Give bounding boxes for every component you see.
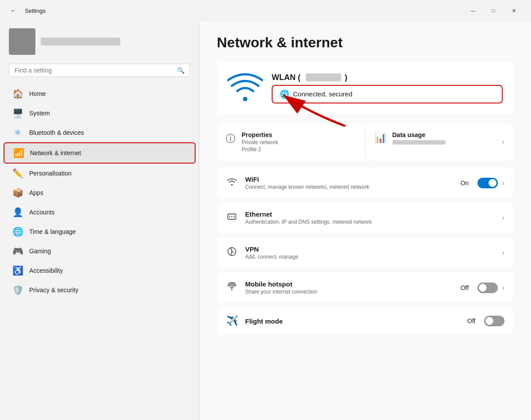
system-icon: 🖥️ <box>12 108 23 118</box>
sidebar-item-apps[interactable]: 📦 Apps <box>4 183 196 202</box>
close-button[interactable]: ✕ <box>504 4 524 18</box>
sidebar-item-accounts[interactable]: 👤 Accounts <box>4 202 196 222</box>
ethernet-setting-text: Ethernet Authentication, IP and DNS sett… <box>245 210 495 225</box>
wlan-card: WLAN () 🌐 Connected, secured <box>217 61 513 115</box>
flight-mode-text: Flight mode <box>245 317 460 325</box>
title-bar-left: ← Settings <box>7 4 46 17</box>
sidebar-item-bluetooth[interactable]: ⚛ Bluetooth & devices <box>4 123 196 142</box>
properties-title: Properties <box>242 131 278 138</box>
wifi-chevron: › <box>502 179 504 187</box>
accessibility-icon: ♿ <box>12 265 23 276</box>
user-profile <box>0 21 199 64</box>
ethernet-setting-desc: Authentication, IP and DNS settings, met… <box>245 219 495 225</box>
hotspot-setting-icon <box>226 281 238 294</box>
svg-point-0 <box>243 97 247 101</box>
flight-mode-status: Off <box>467 317 480 325</box>
search-box[interactable]: 🔍 <box>9 64 190 77</box>
sidebar-label-time: Time & language <box>29 228 76 235</box>
app-title: Settings <box>25 8 46 14</box>
ethernet-setting-row[interactable]: Ethernet Authentication, IP and DNS sett… <box>217 202 513 233</box>
connected-text: Connected, secured <box>293 90 352 98</box>
sidebar-item-accessibility[interactable]: ♿ Accessibility <box>4 261 196 280</box>
data-usage-item[interactable]: 📊 Data usage › <box>365 123 514 160</box>
sidebar-label-gaming: Gaming <box>29 248 51 255</box>
wlan-ssid-blurred <box>306 73 341 81</box>
properties-subdesc: Profile 2 <box>242 146 278 153</box>
vpn-chevron: › <box>502 249 504 257</box>
flight-mode-right: Off <box>467 316 504 326</box>
sidebar-item-home[interactable]: 🏠 Home <box>4 84 196 103</box>
sidebar-item-gaming[interactable]: 🎮 Gaming <box>4 241 196 261</box>
flight-mode-toggle[interactable] <box>484 316 504 326</box>
sidebar-label-accessibility: Accessibility <box>29 267 63 274</box>
vpn-setting-right: › <box>502 249 504 257</box>
hotspot-toggle[interactable] <box>477 283 498 293</box>
wifi-setting-text: WiFi Connect, manage known networks, met… <box>245 176 454 190</box>
network-icon: 📶 <box>13 148 24 158</box>
sidebar-item-privacy[interactable]: 🛡️ Privacy & security <box>4 280 196 300</box>
sidebar-divider <box>199 21 199 420</box>
properties-text: Properties Private network Profile 2 <box>242 131 278 153</box>
sidebar-label-home: Home <box>29 90 46 97</box>
properties-icon: ⓘ <box>226 132 235 145</box>
hotspot-setting-title: Mobile hotspot <box>245 280 454 288</box>
sidebar: 🔍 🏠 Home 🖥️ System ⚛ Bluetooth & devices… <box>0 21 199 420</box>
search-input[interactable] <box>15 67 173 74</box>
hotspot-status-label: Off <box>461 284 473 291</box>
user-name <box>41 38 120 46</box>
back-button[interactable]: ← <box>7 4 19 17</box>
hotspot-chevron: › <box>502 284 504 292</box>
ethernet-setting-icon <box>226 211 238 225</box>
privacy-icon: 🛡️ <box>12 285 23 295</box>
flight-mode-title: Flight mode <box>245 317 460 325</box>
vpn-setting-desc: Add, connect, manage <box>245 254 495 260</box>
hotspot-setting-text: Mobile hotspot Share your internet conne… <box>245 280 454 295</box>
personalisation-icon: ✏️ <box>12 168 23 179</box>
accounts-icon: 👤 <box>12 207 23 218</box>
wifi-setting-desc: Connect, manage known networks, metered … <box>245 184 454 190</box>
sidebar-item-network[interactable]: 📶 Network & internet <box>4 142 196 164</box>
vpn-setting-title: VPN <box>245 245 495 253</box>
wlan-sub-row: ⓘ Properties Private network Profile 2 📊… <box>217 123 513 160</box>
ethernet-setting-title: Ethernet <box>245 210 495 218</box>
sidebar-item-time[interactable]: 🌐 Time & language <box>4 222 196 241</box>
hotspot-setting-right: Off › <box>461 283 504 293</box>
data-usage-title: Data usage <box>392 131 446 138</box>
sidebar-label-accounts: Accounts <box>29 209 55 216</box>
vpn-setting-row[interactable]: VPN Add, connect, manage › <box>217 237 513 268</box>
wifi-icon-large <box>227 70 263 106</box>
wifi-setting-right: On › <box>461 178 504 188</box>
sidebar-label-bluetooth: Bluetooth & devices <box>29 129 84 136</box>
avatar <box>9 28 35 55</box>
properties-item[interactable]: ⓘ Properties Private network Profile 2 <box>217 123 365 160</box>
vpn-setting-text: VPN Add, connect, manage <box>245 245 495 260</box>
svg-point-8 <box>231 285 233 288</box>
wlan-name: WLAN () <box>272 73 503 82</box>
sidebar-label-system: System <box>29 110 50 117</box>
flight-mode-setting-row[interactable]: ✈️ Flight mode Off <box>217 307 513 335</box>
sidebar-label-network: Network & internet <box>30 149 81 157</box>
home-icon: 🏠 <box>12 88 23 99</box>
svg-point-2 <box>231 184 233 186</box>
maximize-button[interactable]: □ <box>483 4 504 18</box>
wifi-setting-row[interactable]: WiFi Connect, manage known networks, met… <box>217 168 513 198</box>
sidebar-item-personalisation[interactable]: ✏️ Personalisation <box>4 164 196 183</box>
app-container: 🔍 🏠 Home 🖥️ System ⚛ Bluetooth & devices… <box>0 21 531 420</box>
connected-badge: 🌐 Connected, secured <box>272 85 503 103</box>
wifi-status-label: On <box>461 179 473 187</box>
ethernet-chevron: › <box>502 214 504 222</box>
wifi-toggle[interactable] <box>477 178 498 188</box>
sidebar-item-system[interactable]: 🖥️ System <box>4 103 196 123</box>
vpn-setting-icon <box>226 246 238 260</box>
data-usage-icon: 📊 <box>374 132 386 144</box>
bluetooth-icon: ⚛ <box>12 127 23 138</box>
hotspot-setting-row[interactable]: Mobile hotspot Share your internet conne… <box>217 272 513 303</box>
ethernet-setting-right: › <box>502 214 504 222</box>
wifi-setting-title: WiFi <box>245 176 454 183</box>
title-bar: ← Settings — □ ✕ <box>0 0 531 21</box>
minimize-button[interactable]: — <box>463 4 483 18</box>
sidebar-label-personalisation: Personalisation <box>29 170 72 177</box>
sidebar-label-apps: Apps <box>29 189 43 196</box>
main-content: Network & internet WLAN () 🌐 <box>199 21 531 420</box>
hotspot-setting-desc: Share your internet connection <box>245 289 454 295</box>
